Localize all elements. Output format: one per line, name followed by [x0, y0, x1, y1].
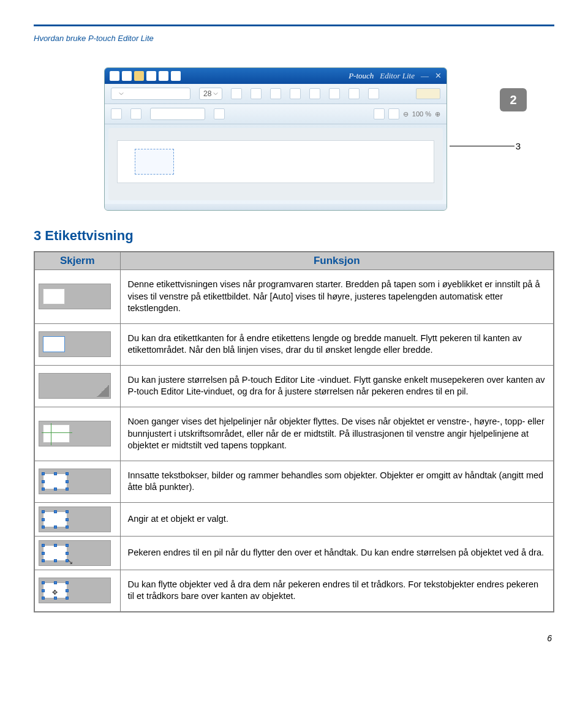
close-icon[interactable]: ✕ — [435, 71, 442, 81]
desc-selected: Angir at et objekt er valgt. — [120, 502, 554, 536]
zoom-out-icon[interactable]: ⊖ — [403, 110, 409, 118]
label-preview[interactable] — [117, 140, 434, 183]
align-left-icon[interactable] — [329, 88, 340, 99]
desc-object-handles: Innsatte tekstbokser, bilder og rammer b… — [120, 461, 554, 502]
font-select[interactable] — [111, 88, 190, 100]
toolbar-row-1: 28 — [105, 84, 447, 104]
app-statusbar — [105, 204, 447, 210]
font-size-value: 28 — [203, 89, 211, 98]
desc-default-view: Denne etikettvisningen vises når program… — [120, 270, 554, 324]
thumb-object-handles — [39, 469, 111, 494]
col-header-screen: Skjerm — [34, 252, 120, 270]
col-header-function: Funksjon — [120, 252, 554, 270]
callout-line — [450, 146, 514, 146]
thumb-guidelines — [39, 421, 111, 446]
thumb-resize-window — [39, 373, 111, 399]
app-title: P-touch — [349, 71, 374, 81]
zoom-in-icon[interactable]: ⊕ — [435, 110, 440, 118]
orientation-icon[interactable] — [214, 108, 225, 119]
color-b-icon[interactable] — [388, 108, 399, 119]
thumb-drag-edge — [39, 331, 111, 357]
titlebar-icon — [159, 71, 168, 81]
resize-cursor-icon: ↘ — [67, 557, 73, 567]
color-a-icon[interactable] — [374, 108, 385, 119]
bold-icon[interactable] — [270, 88, 281, 99]
thumb-default-view — [39, 284, 111, 309]
toolbar-row-2: ⊖ 100 % ⊕ — [105, 104, 447, 124]
titlebar-icon — [110, 71, 119, 81]
text-cursor-box[interactable] — [135, 149, 174, 175]
titlebar-icon — [146, 71, 156, 81]
zoom-value: 100 % — [412, 110, 431, 118]
italic-icon[interactable] — [290, 88, 301, 99]
chapter-badge: 2 — [500, 88, 527, 111]
page-number: 6 — [34, 633, 554, 643]
desc-move-object: Du kan flytte objekter ved å dra dem når… — [120, 570, 554, 612]
app-screenshot: P-touch Editor Lite — ✕ 28 — [104, 67, 447, 211]
frame-tool-icon[interactable] — [130, 108, 141, 119]
app-titlebar: P-touch Editor Lite — ✕ — [105, 68, 447, 84]
thumb-resize-handle: ↘ — [39, 540, 111, 566]
decrease-font-icon[interactable] — [251, 88, 262, 99]
desc-resize-window: Du kan justere størrelsen på P-touch Edi… — [120, 365, 554, 407]
move-cursor-icon: ✥ — [52, 588, 58, 597]
length-field[interactable] — [150, 108, 205, 120]
section-heading: 3 Etikettvisning — [34, 228, 554, 244]
app-subtitle: Editor Lite — [380, 71, 415, 81]
size-select[interactable]: 28 — [199, 88, 222, 100]
align-center-icon[interactable] — [349, 88, 360, 99]
screenshot-container: 2 3 P-touch Editor Lite — ✕ — [104, 67, 484, 211]
minimize-icon[interactable]: — — [421, 71, 429, 81]
increase-font-icon[interactable] — [231, 88, 242, 99]
underline-icon[interactable] — [309, 88, 320, 99]
feature-table: Skjerm Funksjon Denne etikettvisningen v… — [34, 251, 554, 612]
align-right-icon[interactable] — [368, 88, 379, 99]
desc-drag-edge: Du kan dra etikettkanten for å endre eti… — [120, 323, 554, 365]
titlebar-icon — [134, 71, 144, 81]
thumb-selected — [39, 507, 111, 532]
text-tool-icon[interactable] — [111, 108, 122, 119]
titlebar-icon — [171, 71, 181, 81]
thumb-move-object: ✥ — [39, 578, 111, 603]
label-canvas[interactable] — [108, 128, 443, 200]
callout-number: 3 — [516, 141, 521, 151]
top-rule — [34, 24, 554, 26]
desc-guidelines: Noen ganger vises det hjelpelinjer når o… — [120, 407, 554, 461]
breadcrumb: Hvordan bruke P-touch Editor Lite — [34, 34, 554, 43]
titlebar-icon — [122, 71, 132, 81]
print-icon[interactable] — [416, 88, 440, 99]
desc-resize-handle: Pekeren endres til en pil når du flytter… — [120, 536, 554, 570]
